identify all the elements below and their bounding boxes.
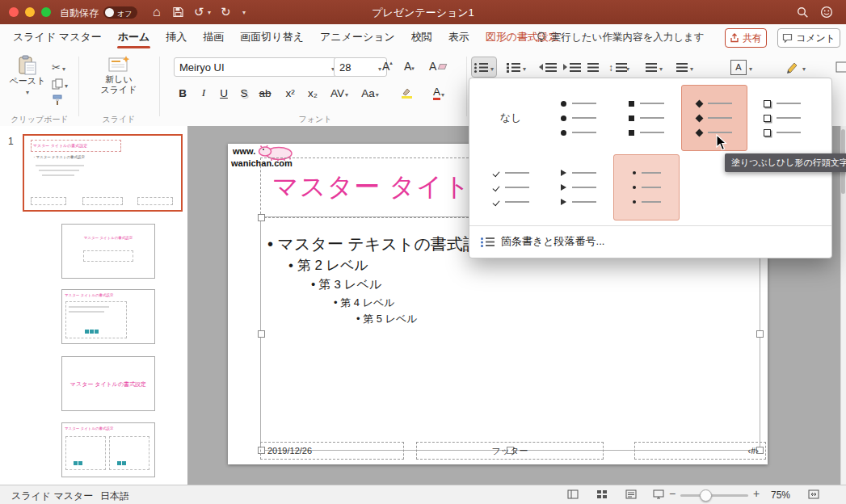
cut-button[interactable] <box>52 60 65 74</box>
language-status-label[interactable]: 日本語 <box>100 489 129 503</box>
tab-draw[interactable]: 描画 <box>201 24 225 50</box>
align-text-button[interactable] <box>642 57 666 78</box>
tell-me-search[interactable]: 実行したい作業内容を入力します <box>537 24 705 50</box>
italic-button[interactable]: I <box>195 84 213 102</box>
normal-view-icon[interactable] <box>567 489 579 502</box>
font-size-combobox[interactable]: 28 <box>334 57 387 77</box>
zoom-out-button[interactable] <box>669 487 676 500</box>
bullet-option-none[interactable]: なし <box>478 85 544 151</box>
text-shadow-button[interactable]: S <box>235 84 253 102</box>
redo-icon[interactable] <box>221 4 231 20</box>
character-spacing-button[interactable]: AV <box>326 84 352 102</box>
zoom-in-button[interactable] <box>753 487 760 500</box>
reading-view-icon[interactable] <box>625 489 637 502</box>
grow-font-label: A <box>382 60 393 73</box>
undo-icon[interactable] <box>194 4 204 20</box>
underline-button[interactable]: U <box>215 84 233 102</box>
copy-button[interactable] <box>52 77 68 91</box>
bullet-option-filled-round[interactable] <box>545 85 612 151</box>
thumbnail-section-header-layout[interactable]: マスター タイトルの書式設定 <box>61 356 155 411</box>
filled-round-bullet-icon <box>561 101 566 107</box>
numbering-button[interactable] <box>503 57 529 78</box>
undo-chevron-icon[interactable] <box>208 4 211 20</box>
shape-format-button[interactable] <box>832 57 846 78</box>
thumb-content-box <box>109 436 149 470</box>
text-box-chevron-icon <box>749 60 752 74</box>
tab-animations[interactable]: アニメーション <box>318 24 397 50</box>
autosave-toggle[interactable]: オフ <box>103 6 137 19</box>
home-icon[interactable] <box>153 4 161 20</box>
increase-indent-button[interactable] <box>560 57 581 78</box>
strikethrough-button[interactable]: ab <box>255 84 275 102</box>
zoom-slider-thumb[interactable] <box>700 489 712 502</box>
zoom-percentage[interactable]: 75% <box>771 489 790 501</box>
line-spacing-button[interactable] <box>605 57 633 78</box>
copy-icon <box>52 78 63 90</box>
smiley-feedback-icon[interactable] <box>820 4 833 20</box>
share-button[interactable]: 共有 <box>725 28 767 48</box>
filled-diamond-bullet-icon <box>696 114 704 122</box>
fit-slide-to-window-icon[interactable] <box>808 489 819 502</box>
paste-chevron-icon <box>26 86 29 98</box>
tab-view[interactable]: 表示 <box>447 24 471 50</box>
font-color-chevron-icon <box>441 87 444 99</box>
filled-diamond-bullet-icon <box>696 99 704 107</box>
text-box-button[interactable]: A <box>727 57 756 78</box>
bullet-option-filled-square[interactable] <box>613 85 680 151</box>
paste-button[interactable]: ペースト <box>6 55 48 98</box>
bullet-option-arrow[interactable] <box>545 154 612 220</box>
slide-number-placeholder[interactable]: ‹#› <box>634 442 766 460</box>
superscript-button[interactable]: x² <box>280 84 300 102</box>
zoom-slider-track[interactable] <box>680 494 748 497</box>
tooltip: 塗りつぶしひし形の行頭文字 <box>725 153 846 172</box>
font-color-button[interactable]: A <box>425 84 452 102</box>
footer-text: フッター <box>492 445 528 457</box>
decrease-indent-button[interactable] <box>536 57 557 78</box>
save-icon[interactable] <box>173 4 183 20</box>
thumbnail-two-content-layout[interactable]: マスター タイトルの書式設定 <box>61 422 155 477</box>
font-name-combobox[interactable]: Meiryo UI <box>174 57 340 77</box>
tab-review[interactable]: 校閲 <box>410 24 434 50</box>
grow-font-button[interactable]: A <box>382 60 393 73</box>
thumbnail-master-slide[interactable]: マスター タイトルの書式設定 ・マスター テキストの書式設定 <box>23 134 183 212</box>
new-slide-button[interactable]: 新しい スライド <box>89 55 149 95</box>
tab-insert[interactable]: 挿入 <box>164 24 188 50</box>
selection-handle[interactable] <box>258 214 265 221</box>
search-icon[interactable] <box>797 4 809 20</box>
bold-label: B <box>179 87 187 99</box>
bullet-option-small-dot[interactable] <box>613 154 680 220</box>
slideshow-view-icon[interactable] <box>653 489 664 502</box>
footer-placeholder[interactable]: フッター <box>416 442 604 460</box>
numbering-chevron-icon <box>523 60 526 74</box>
bullets-button[interactable] <box>471 57 497 78</box>
shrink-font-button[interactable]: A <box>404 60 415 73</box>
thumbnail-title-layout[interactable]: マスター タイトルの書式設定 <box>61 224 155 279</box>
highlight-color-button[interactable] <box>393 84 420 102</box>
tab-home[interactable]: ホーム <box>116 24 152 50</box>
comments-button[interactable]: コメント <box>777 28 840 48</box>
minimize-window-button[interactable] <box>25 7 35 17</box>
thumbnail-content-layout[interactable]: マスター タイトルの書式設定 <box>61 289 155 344</box>
format-painter-button[interactable] <box>52 94 63 106</box>
close-window-button[interactable] <box>9 7 19 17</box>
fullscreen-window-button[interactable] <box>41 7 51 17</box>
tab-transitions[interactable]: 画面切り替え <box>238 24 305 50</box>
bold-button[interactable]: B <box>174 84 192 102</box>
quick-styles-button[interactable] <box>782 57 809 78</box>
bullet-option-checkmark[interactable] <box>478 154 544 220</box>
change-case-button[interactable]: Aa <box>357 84 383 102</box>
bullet-option-hollow-square[interactable] <box>749 85 815 151</box>
clear-formatting-button[interactable]: A <box>429 60 446 73</box>
text-direction-button[interactable] <box>584 57 602 78</box>
subscript-button[interactable]: x₂ <box>303 84 322 102</box>
selection-handle[interactable] <box>258 330 265 338</box>
bullets-and-numbering-menu-item[interactable]: 箇条書きと段落番号... <box>481 232 604 251</box>
columns-button[interactable] <box>673 57 697 78</box>
bullet-option-filled-diamond[interactable] <box>681 85 747 151</box>
tab-slide-master[interactable]: スライド マスター <box>11 24 103 50</box>
toolbar-options-chevron-icon[interactable] <box>242 4 246 20</box>
char-spacing-chevron-icon <box>345 87 348 99</box>
selection-handle[interactable] <box>756 330 764 338</box>
slide-sorter-view-icon[interactable] <box>596 489 608 502</box>
date-placeholder[interactable]: 2019/12/26 <box>260 442 404 460</box>
